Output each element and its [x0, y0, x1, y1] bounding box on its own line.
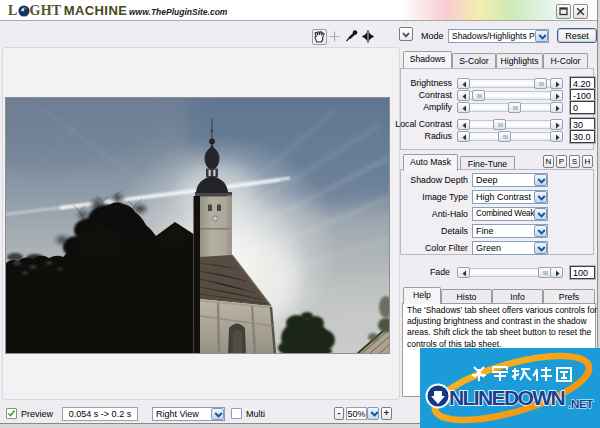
svg-text:.NET: .NET — [568, 398, 593, 410]
svg-text:NLINEDOWN: NLINEDOWN — [449, 386, 565, 409]
